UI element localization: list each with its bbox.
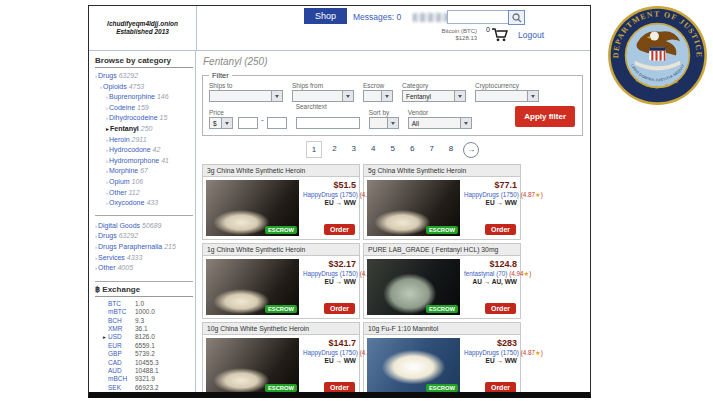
order-button[interactable]: Order — [324, 224, 355, 235]
order-button[interactable]: Order — [485, 303, 516, 314]
page-number[interactable]: 2 — [327, 141, 341, 158]
price-min-input[interactable] — [238, 117, 258, 129]
sidebar-category-item[interactable]: ›Hydrocodone 42 — [95, 145, 193, 156]
order-button[interactable]: Order — [324, 303, 355, 314]
apply-filter-button[interactable]: Apply filter — [515, 106, 575, 127]
escrow-select[interactable] — [363, 90, 393, 102]
cart-icon — [491, 28, 509, 42]
category-bullet-icon: › — [106, 158, 108, 164]
sidebar-category-item[interactable]: ›Digital Goods 50689 — [95, 221, 193, 232]
searchtext-input[interactable] — [296, 117, 360, 129]
shipping-route: EU → WW — [303, 278, 356, 285]
page-number[interactable]: 7 — [424, 141, 438, 158]
sidebar-category-item[interactable]: ›Morphine 67 — [95, 166, 193, 177]
listing-photo: ESCROW — [206, 259, 299, 315]
sidebar-category-item[interactable]: ›Hydromorphone 41 — [95, 156, 193, 167]
shipping-route: EU → WW — [303, 199, 356, 206]
sort-by-select[interactable] — [369, 117, 399, 129]
exchange-rate-row: EUR 6559.1 — [103, 342, 193, 350]
sidebar-category-item[interactable]: ›Services 4333 — [95, 253, 193, 264]
category-bullet-icon: ▸ — [106, 126, 109, 132]
next-page-button[interactable]: → — [463, 142, 479, 158]
listing-price: $141.7 — [303, 338, 356, 348]
vendor-link[interactable]: HappyDrugs (1750) — [303, 349, 358, 356]
product-listing-card[interactable]: PURE LAB_GRADE ( Fentanyl HCL) 30mg ESCR… — [363, 243, 521, 319]
exchange-rate-row: BTC 1.0 — [103, 300, 193, 308]
price-max-input[interactable] — [267, 117, 287, 129]
sidebar-category-item[interactable]: ›Drugs 63292 — [95, 71, 193, 82]
chevron-down-icon — [387, 118, 398, 128]
sidebar-category-item[interactable]: ›Opium 106 — [95, 177, 193, 188]
exchange-rate-row: AUD 10488.1 — [103, 367, 193, 375]
vendor-link[interactable]: HappyDrugs (1750) — [464, 191, 519, 198]
sidebar-category-item[interactable]: ›Heroin 2911 — [95, 135, 193, 146]
listing-photo: ESCROW — [206, 180, 299, 236]
sidebar-divider — [95, 215, 193, 216]
search-icon — [512, 13, 522, 23]
price-currency-select[interactable]: $ — [209, 117, 233, 129]
sidebar-category-item[interactable]: ›Drugs 63292 — [95, 231, 193, 242]
page-number[interactable]: 3 — [347, 141, 361, 158]
chevron-down-icon — [527, 91, 538, 101]
page-number[interactable]: 5 — [386, 141, 400, 158]
listing-title[interactable]: PURE LAB_GRADE ( Fentanyl HCL) 30mg — [364, 244, 520, 256]
sidebar-category-item[interactable]: ▸Fentanyl 250 — [95, 124, 193, 135]
vendor-link[interactable]: fentastynal (70) — [464, 270, 507, 277]
page-number[interactable]: 1 — [306, 141, 322, 158]
search-input[interactable] — [447, 10, 509, 24]
vendor-select[interactable]: All — [408, 117, 472, 129]
sidebar-category-item[interactable]: ›Other 112 — [95, 188, 193, 199]
slide-background: lchudifyeqm4ldjj.onion Established 2013 … — [0, 0, 713, 401]
category-bullet-icon: › — [95, 255, 97, 261]
listing-price: $51.5 — [303, 180, 356, 190]
ships-to-select[interactable] — [209, 90, 283, 102]
messages-link[interactable]: Messages: 0 — [353, 12, 401, 22]
cryptocurrency-select[interactable] — [475, 90, 539, 102]
escrow-badge: ESCROW — [426, 305, 458, 313]
product-listing-card[interactable]: 1g China White Synthetic Heroin ESCROW $… — [202, 243, 360, 319]
listing-title[interactable]: 3g China White Synthetic Heroin — [203, 165, 359, 177]
listing-title[interactable]: 10g Fu-F 1:10 Mannitol — [364, 323, 520, 335]
site-header: lchudifyeqm4ldjj.onion Established 2013 … — [89, 6, 590, 51]
category-bullet-icon: › — [106, 115, 108, 121]
page-number[interactable]: 4 — [366, 141, 380, 158]
sidebar-category-item[interactable]: ›Opioids 4753 — [95, 82, 193, 93]
order-button[interactable]: Order — [324, 382, 355, 393]
sidebar-category-item[interactable]: ›Codeine 159 — [95, 103, 193, 114]
vendor-link[interactable]: HappyDrugs (1750) — [464, 349, 519, 356]
vendor-link[interactable]: HappyDrugs (1750) — [303, 191, 358, 198]
ships-from-select[interactable] — [292, 90, 354, 102]
listing-title[interactable]: 5g China White Synthetic Heroin — [364, 165, 520, 177]
sidebar-category-item[interactable]: ›Other 4005 — [95, 263, 193, 274]
product-listing-card[interactable]: 5g China White Synthetic Heroin ESCROW $… — [363, 164, 521, 240]
category-bullet-icon: › — [100, 84, 102, 90]
page-title: Fentanyl (250) — [203, 56, 584, 67]
category-list: ›Drugs 63292 ›Opioids 4753 ›Buprenorphin… — [95, 71, 193, 209]
listing-title[interactable]: 10g China White Synthetic Heroin — [203, 323, 359, 335]
sidebar-category-item[interactable]: ›Oxycodone 433 — [95, 198, 193, 209]
order-button[interactable]: Order — [485, 382, 516, 393]
exchange-rate-row: SEK 66923.2 — [103, 384, 193, 392]
product-listing-card[interactable]: 10g China White Synthetic Heroin ESCROW … — [202, 322, 360, 398]
vendor-rating: (4.87 — [521, 191, 535, 198]
order-button[interactable]: Order — [485, 224, 516, 235]
shipping-route: EU → WW — [303, 357, 356, 364]
sidebar-category-item[interactable]: ›Dihydrocodeine 15 — [95, 113, 193, 124]
product-listing-card[interactable]: 10g Fu-F 1:10 Mannitol ESCROW $283 Happy… — [363, 322, 521, 398]
logout-link[interactable]: Logout — [518, 30, 544, 40]
page-number[interactable]: 8 — [444, 141, 458, 158]
cart-button[interactable]: 0 — [486, 28, 509, 42]
exchange-rate-row: GBP 5739.2 — [103, 350, 193, 358]
eagle-shield — [649, 47, 665, 60]
vendor-link[interactable]: HappyDrugs (1750) — [303, 270, 358, 277]
sidebar-category-item[interactable]: ›Drugs Paraphernalia 215 — [95, 242, 193, 253]
shop-tab[interactable]: Shop — [304, 8, 347, 24]
category-select[interactable]: Fentanyl — [402, 90, 466, 102]
sidebar-category-item[interactable]: ›Buprenorphine 146 — [95, 92, 193, 103]
page-number[interactable]: 6 — [405, 141, 419, 158]
category-bullet-icon: › — [95, 233, 97, 239]
search-button[interactable] — [508, 10, 525, 25]
vendor-rating: (4.87 — [521, 349, 535, 356]
product-listing-card[interactable]: 3g China White Synthetic Heroin ESCROW $… — [202, 164, 360, 240]
listing-title[interactable]: 1g China White Synthetic Heroin — [203, 244, 359, 256]
